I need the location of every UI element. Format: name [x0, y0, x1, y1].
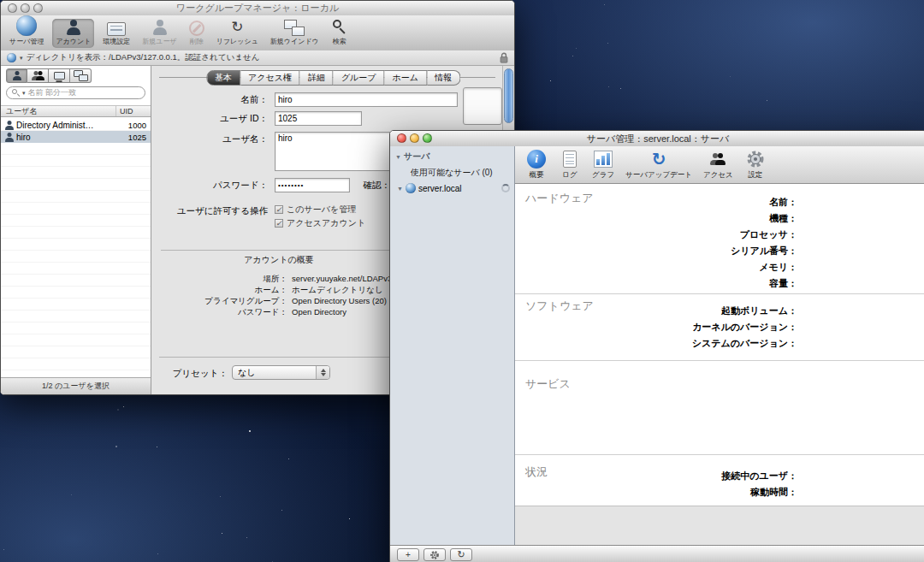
toolbar-label: アクセス — [703, 170, 733, 180]
column-username[interactable]: ユーザ名 — [1, 106, 116, 116]
sa-bottom-bar: + ↻ — [390, 545, 924, 562]
preset-popup[interactable]: なし — [232, 365, 330, 380]
add-server-button[interactable]: + — [397, 548, 419, 561]
software-labels: 起動ボリューム： カーネルのバージョン： システムのバージョン： — [692, 303, 797, 352]
list-item-selected[interactable]: hiro 1025 — [1, 131, 151, 143]
available-servers-item[interactable]: 使用可能なサーバ (0) — [390, 164, 514, 181]
plus-icon: + — [406, 551, 411, 559]
auth-lock-icon[interactable] — [500, 52, 508, 63]
user-icon — [4, 133, 14, 142]
wgm-sidebar: ▾ 名前 部分一致 ユーザ名 UID Directory Administ… 1… — [1, 66, 151, 394]
summary-label: パスワード： — [152, 307, 287, 318]
sidebar-item-server-local[interactable]: ▼ server.local — [390, 181, 514, 195]
user-list[interactable]: Directory Administ… 1000 hiro 1025 — [1, 119, 151, 377]
toolbar-label: 新規ユーザ — [142, 37, 176, 46]
refresh-button[interactable]: ↻ — [450, 548, 472, 561]
close-button[interactable] — [397, 133, 406, 143]
tab-computers[interactable] — [49, 68, 70, 83]
field-label: 接続中のユーザ： — [721, 468, 797, 484]
search-icon — [331, 19, 348, 36]
toolbar-refresh-button[interactable]: ↻ リフレッシュ — [213, 19, 262, 48]
scroll-thumb[interactable] — [504, 68, 513, 123]
toolbar-search-button[interactable]: 検索 — [328, 19, 352, 48]
user-list-header[interactable]: ユーザ名 UID — [1, 105, 151, 117]
toolbar-label: グラフ — [592, 170, 614, 180]
tab-computer-groups[interactable] — [70, 68, 92, 83]
user-icon — [12, 71, 21, 80]
toolbar-settings-button[interactable]: 設定 — [744, 149, 767, 180]
computer-icon — [54, 72, 65, 80]
toolbar-label: サーバ管理 — [9, 37, 44, 46]
summary-value: ホームディレクトリなし — [292, 285, 383, 296]
update-arrows-icon: ↻ — [652, 149, 666, 169]
sa-sidebar: ▼ サーバ 使用可能なサーバ (0) ▼ server.local — [390, 146, 515, 545]
tab-home[interactable]: ホーム — [385, 70, 427, 86]
toolbar-server-admin-button[interactable]: サーバ管理 — [6, 19, 47, 48]
wgm-window-title: ワークグループマネージャ：ローカル — [1, 1, 514, 15]
directory-bar: ▾ ディレクトリを表示：/LDAPv3/127.0.0.1。認証されていません — [1, 50, 514, 66]
tab-info[interactable]: 情報 — [427, 70, 460, 86]
section-title-hardware: ハードウェア — [525, 191, 594, 206]
section-title-status: 状況 — [525, 464, 548, 480]
gear-icon — [746, 149, 765, 169]
group-label: サーバ — [404, 151, 429, 163]
tab-groups[interactable] — [27, 68, 49, 83]
wgm-titlebar[interactable]: ワークグループマネージャ：ローカル — [1, 1, 514, 16]
user-id-field[interactable]: 1025 — [275, 111, 362, 126]
toolbar-preferences-button[interactable]: 環境設定 — [99, 19, 133, 48]
tab-groups[interactable]: グループ — [334, 70, 385, 86]
section-divider — [515, 360, 924, 361]
sa-toolbar: i 概要 ログ グラフ ↻ サーバアップデート アクセス — [515, 146, 924, 184]
action-gear-button[interactable] — [424, 548, 446, 561]
sidebar-group-servers[interactable]: ▼ サーバ — [390, 146, 514, 164]
checkbox-access-account[interactable]: ✓ — [275, 219, 283, 228]
password-field[interactable]: •••••••• — [275, 178, 350, 192]
preset-label: プリセット： — [152, 368, 228, 380]
refresh-icon: ↻ — [231, 19, 243, 36]
tab-privileges[interactable]: アクセス権 — [240, 70, 300, 86]
new-window-icon — [284, 20, 305, 36]
sidebar-search-input[interactable]: ▾ 名前 部分一致 — [6, 86, 145, 99]
zoom-button[interactable] — [33, 3, 43, 13]
chevron-down-icon: ▾ — [22, 90, 26, 96]
minimize-button[interactable] — [21, 3, 30, 13]
toolbar-overview-button[interactable]: i 概要 — [525, 149, 548, 180]
directory-globe-icon[interactable] — [7, 53, 16, 62]
field-label: 機種： — [731, 210, 797, 227]
user-name: hiro — [16, 133, 117, 142]
sa-overview-content: ハードウェア 名前： 機種： プロセッサ： シリアル番号： メモリ： 容量： ソ… — [515, 184, 924, 545]
toolbar-delete-button: 削除 — [186, 19, 208, 48]
picture-well[interactable] — [463, 87, 502, 125]
toolbar-label: 概要 — [530, 170, 544, 180]
column-uid[interactable]: UID — [116, 107, 151, 115]
toolbar-new-window-button[interactable]: 新規ウインドウ — [267, 19, 323, 48]
list-item[interactable]: Directory Administ… 1000 — [1, 119, 151, 131]
close-button[interactable] — [8, 3, 17, 13]
toolbar-access-button[interactable]: アクセス — [703, 149, 733, 180]
progress-spinner-icon — [501, 184, 510, 192]
name-label: 名前： — [155, 94, 268, 106]
tab-basic[interactable]: 基本 — [206, 70, 240, 86]
search-icon — [12, 89, 20, 97]
check-icon: ✓ — [275, 220, 282, 228]
account-summary-title: アカウントの概要 — [161, 254, 397, 266]
sa-titlebar[interactable]: サーバ管理：server.local：サーバ — [390, 131, 924, 147]
toolbar-accounts-button[interactable]: アカウント — [52, 19, 94, 48]
field-label: プロセッサ： — [731, 227, 797, 243]
toolbar-graphs-button[interactable]: グラフ — [592, 149, 614, 180]
hardware-labels: 名前： 機種： プロセッサ： シリアル番号： メモリ： 容量： — [731, 194, 797, 292]
tab-users[interactable] — [6, 68, 27, 83]
toolbar-server-update-button[interactable]: ↻ サーバアップデート — [625, 149, 692, 180]
tab-advanced[interactable]: 詳細 — [300, 70, 334, 86]
toolbar-logs-button[interactable]: ログ — [559, 149, 581, 180]
field-label: システムのバージョン： — [692, 335, 797, 352]
checkbox-administer-server[interactable]: ✓ — [275, 205, 283, 214]
desktop: ワークグループマネージャ：ローカル サーバ管理 アカウント 環境設定 新規ユーザ — [0, 0, 924, 562]
selection-status: 1/2 のユーザを選択 — [1, 377, 151, 394]
disclosure-triangle-icon[interactable]: ▼ — [395, 154, 401, 160]
disclosure-triangle-icon[interactable]: ▼ — [397, 186, 403, 192]
minimize-button[interactable] — [410, 133, 419, 143]
user-name: Directory Administ… — [16, 121, 117, 130]
zoom-button[interactable] — [423, 133, 432, 143]
name-field[interactable]: hiro — [275, 92, 458, 107]
